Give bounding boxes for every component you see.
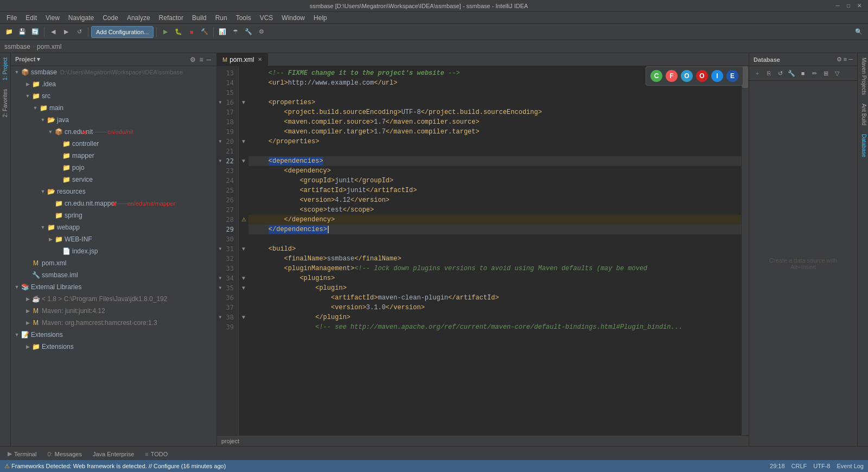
bottom-tab-todo[interactable]: ≡ TODO: [139, 447, 173, 460]
vtab-maven[interactable]: Maven Projects: [858, 53, 868, 99]
gutter-35-fold[interactable]: ▼: [239, 283, 248, 293]
db-add-btn[interactable]: +: [752, 68, 762, 78]
debug-btn[interactable]: 🐛: [173, 26, 184, 38]
gutter-20-fold[interactable]: ▼: [239, 137, 248, 146]
menu-item-code[interactable]: Code: [98, 12, 123, 24]
minimize-btn[interactable]: ─: [833, 2, 842, 10]
opera2-icon[interactable]: O: [696, 70, 708, 82]
close-btn[interactable]: ✕: [855, 2, 864, 10]
tree-item-external-libs[interactable]: ▼ 📚 External Libraries: [11, 281, 216, 293]
sidebar-equalize-icon[interactable]: ≡: [198, 56, 204, 63]
tree-item-src[interactable]: ▼ 📁 src: [11, 90, 216, 102]
tree-item-pom-xml[interactable]: M pom.xml: [11, 257, 216, 269]
tree-item-cn-edu-nit-mapper[interactable]: 📁 cn.edu.nit.mapper ◀──── cn/edu/nit/map…: [11, 197, 216, 209]
menu-item-window[interactable]: Window: [277, 12, 309, 24]
fold-35[interactable]: ▼: [217, 283, 224, 293]
vtab-project[interactable]: 1: Project: [1, 53, 9, 85]
tree-item-junit[interactable]: ▶ M Maven: junit:junit:4.12: [11, 305, 216, 317]
toolbar-folder-icon[interactable]: 📁: [3, 26, 15, 38]
menu-item-analyze[interactable]: Analyze: [123, 12, 155, 24]
gutter-31-fold[interactable]: ▼: [239, 244, 248, 254]
fold-38[interactable]: ▼: [217, 312, 224, 322]
status-event-log[interactable]: Event Log: [837, 463, 864, 469]
tree-item-main[interactable]: ▼ 📁 main: [11, 102, 216, 114]
menu-item-navigate[interactable]: Navigate: [64, 12, 98, 24]
coverage-btn[interactable]: ☂: [229, 26, 241, 38]
tree-item-cn-edu-nit[interactable]: ▼ 📦 cn.edu.nit ◀───── cn/edu/nit: [11, 126, 216, 138]
breadcrumb-file[interactable]: pom.xml: [37, 43, 61, 50]
db-copy-btn[interactable]: ⎘: [764, 68, 774, 78]
db-layout-btn[interactable]: ⊞: [821, 68, 831, 78]
status-encoding[interactable]: UTF-8: [813, 463, 830, 469]
db-minimize-icon[interactable]: ─: [848, 56, 853, 63]
build-btn[interactable]: 🔨: [199, 26, 210, 38]
toolbar-save-icon[interactable]: 💾: [16, 26, 28, 38]
toolbar-refresh-icon[interactable]: 🔄: [29, 26, 41, 38]
profiler-btn[interactable]: 📊: [216, 26, 228, 38]
db-filter-btn[interactable]: ▽: [832, 68, 842, 78]
editor-tab-pom-xml[interactable]: M pom.xml ✕: [217, 53, 268, 66]
breadcrumb-project[interactable]: ssmbase: [4, 43, 30, 50]
tree-item-ssmbase[interactable]: ▼ 📦 ssmbase D:\Users\Megatron\Workspace\…: [11, 66, 216, 78]
tree-item-hamcrest[interactable]: ▶ M Maven: org.hamcrest:hamcrest-core:1.…: [11, 317, 216, 329]
add-configuration-button[interactable]: Add Configuration...: [91, 26, 154, 38]
db-equalize-icon[interactable]: ≡: [844, 56, 847, 63]
ie-icon[interactable]: I: [711, 70, 723, 82]
gutter-16-fold[interactable]: ▼: [239, 98, 248, 107]
tree-item-java[interactable]: ▼ 📂 java: [11, 114, 216, 126]
fold-20[interactable]: ▼: [217, 137, 224, 146]
menu-item-tools[interactable]: Tools: [232, 12, 256, 24]
db-settings-icon[interactable]: ⚙: [837, 56, 842, 63]
opera-icon[interactable]: O: [681, 70, 693, 82]
tools-btn[interactable]: 🔧: [242, 26, 254, 38]
menu-item-refactor[interactable]: Refactor: [155, 12, 188, 24]
bottom-tab-java-enterprise[interactable]: Java Enterprise: [87, 447, 139, 460]
vtab-ant-build[interactable]: Ant Build: [858, 99, 868, 130]
menu-item-help[interactable]: Help: [309, 12, 331, 24]
code-content[interactable]: <!-- FIXME change it to the project's we…: [248, 66, 741, 435]
firefox-icon[interactable]: F: [666, 70, 678, 82]
terminal-btn[interactable]: ⚙: [256, 26, 267, 38]
db-refresh-btn[interactable]: ↺: [775, 68, 785, 78]
status-warning-text[interactable]: Frameworks Detected: Web framework is de…: [11, 463, 226, 469]
toolbar-forward-icon[interactable]: ▶: [60, 26, 72, 38]
menu-item-run[interactable]: Run: [211, 12, 232, 24]
vtab-favorites[interactable]: 2: Favorites: [1, 85, 9, 122]
tab-close-pom[interactable]: ✕: [258, 56, 262, 62]
search-everything-btn[interactable]: 🔍: [853, 26, 865, 38]
tree-item-jdk[interactable]: ▶ ☕ < 1.8 > C:\Program Files\Java\jdk1.8…: [11, 293, 216, 305]
menu-item-edit[interactable]: Edit: [21, 12, 41, 24]
menu-item-vcs[interactable]: VCS: [256, 12, 278, 24]
gutter-22-fold[interactable]: ▼: [239, 156, 248, 166]
fold-34[interactable]: ▼: [217, 273, 224, 283]
gutter-38-fold[interactable]: ▼: [239, 312, 248, 322]
fold-31[interactable]: ▼: [217, 244, 224, 254]
edge-icon[interactable]: E: [726, 70, 738, 82]
fold-22[interactable]: ▼: [217, 156, 224, 166]
menu-item-file[interactable]: File: [2, 12, 21, 24]
toolbar-back-icon[interactable]: ◀: [47, 26, 59, 38]
tree-item-extensions[interactable]: ▶ 📁 Extensions: [11, 341, 216, 353]
bottom-tab-messages[interactable]: 0: Messages: [42, 447, 87, 460]
bottom-tab-terminal[interactable]: ▶ Terminal: [2, 447, 42, 460]
fold-16[interactable]: ▼: [217, 98, 224, 107]
tree-item-ssmbase-iml[interactable]: 🔧 ssmbase.iml: [11, 269, 216, 281]
gutter-34-fold[interactable]: ▼: [239, 273, 248, 283]
menu-item-build[interactable]: Build: [188, 12, 211, 24]
tree-item-index-jsp[interactable]: 📄 index.jsp: [11, 245, 216, 257]
status-line-sep[interactable]: CRLF: [792, 463, 807, 469]
tree-item-spring[interactable]: 📁 spring: [11, 209, 216, 221]
tree-item-scratches[interactable]: ▼ 📝 Extensions: [11, 329, 216, 341]
tree-item-mapper[interactable]: 📁 mapper: [11, 150, 216, 162]
run-btn[interactable]: ▶: [159, 26, 171, 38]
editor-scrollbar[interactable]: [741, 66, 749, 435]
db-stop-btn[interactable]: ■: [798, 68, 808, 78]
chrome-icon[interactable]: C: [650, 70, 662, 82]
maximize-btn[interactable]: □: [844, 2, 853, 10]
tree-item-pojo[interactable]: 📁 pojo: [11, 162, 216, 174]
db-edit-btn[interactable]: ✏: [809, 68, 819, 78]
sidebar-minimize-icon[interactable]: ─: [205, 56, 212, 63]
db-tools-btn[interactable]: 🔧: [787, 68, 796, 78]
tree-item-controller[interactable]: 📁 controller: [11, 138, 216, 150]
menu-item-view[interactable]: View: [41, 12, 64, 24]
